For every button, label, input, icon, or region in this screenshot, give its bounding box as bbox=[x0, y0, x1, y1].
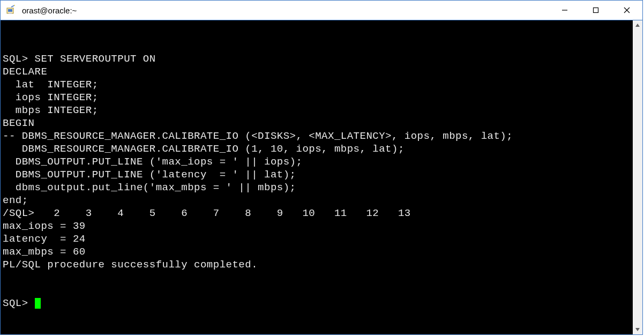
terminal-line: DECLARE bbox=[3, 65, 640, 78]
svg-rect-1 bbox=[8, 9, 12, 12]
terminal-line: /SQL> 2 3 4 5 6 7 8 9 10 11 12 13 bbox=[3, 207, 640, 220]
scroll-down-icon[interactable] bbox=[633, 325, 642, 334]
scroll-track[interactable] bbox=[633, 30, 642, 325]
terminal-line: max_mbps = 60 bbox=[3, 245, 640, 258]
terminal-line: end; bbox=[3, 194, 640, 207]
svg-point-3 bbox=[14, 5, 15, 6]
svg-line-2 bbox=[11, 5, 14, 7]
putty-icon bbox=[5, 4, 18, 17]
terminal-line: latency = 24 bbox=[3, 233, 640, 245]
cursor bbox=[35, 298, 41, 309]
close-button[interactable] bbox=[611, 1, 642, 20]
terminal-line: BEGIN bbox=[3, 117, 640, 130]
sql-prompt: SQL> bbox=[3, 297, 35, 309]
svg-rect-6 bbox=[594, 8, 598, 13]
terminal-line: DBMS_OUTPUT.PUT_LINE ('latency = ' || la… bbox=[3, 168, 640, 181]
maximize-button[interactable] bbox=[580, 1, 611, 20]
putty-window: orast@oracle:~ SQL> SET SERVEROUTPUT OND… bbox=[0, 0, 643, 335]
terminal-line: PL/SQL procedure successfully completed. bbox=[3, 258, 640, 271]
scrollbar[interactable] bbox=[633, 20, 642, 334]
terminal-line: -- DBMS_RESOURCE_MANAGER.CALIBRATE_IO (<… bbox=[3, 130, 640, 143]
terminal-line: dbms_output.put_line('max_mbps = ' || mb… bbox=[3, 181, 640, 194]
terminal-line: lat INTEGER; bbox=[3, 78, 640, 91]
terminal-line: SQL> SET SERVEROUTPUT ON bbox=[3, 53, 640, 65]
scroll-up-icon[interactable] bbox=[633, 20, 642, 30]
svg-rect-4 bbox=[9, 13, 12, 14]
terminal-line: max_iops = 39 bbox=[3, 220, 640, 233]
terminal-line: iops INTEGER; bbox=[3, 91, 640, 104]
minimize-button[interactable] bbox=[549, 1, 580, 20]
window-title: orast@oracle:~ bbox=[21, 6, 549, 15]
terminal-line: DBMS_OUTPUT.PUT_LINE ('max_iops = ' || i… bbox=[3, 155, 640, 168]
prompt-line: SQL> bbox=[3, 297, 640, 310]
titlebar[interactable]: orast@oracle:~ bbox=[1, 1, 642, 20]
terminal-line: mbps INTEGER; bbox=[3, 104, 640, 117]
terminal-area[interactable]: SQL> SET SERVEROUTPUT ONDECLARE lat INTE… bbox=[1, 20, 642, 334]
terminal-line: DBMS_RESOURCE_MANAGER.CALIBRATE_IO (1, 1… bbox=[3, 143, 640, 155]
window-controls bbox=[549, 1, 642, 20]
